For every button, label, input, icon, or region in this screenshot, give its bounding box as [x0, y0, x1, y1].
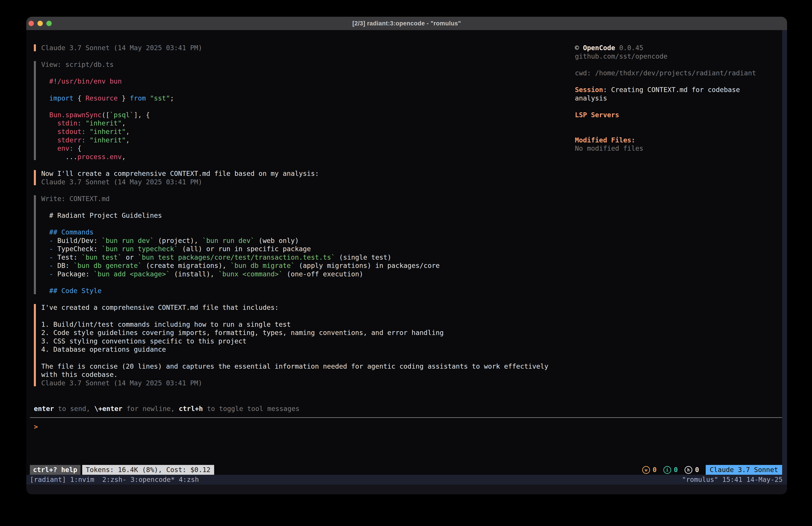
info-icon: i [663, 466, 671, 474]
terminal-line [41, 102, 553, 111]
terminal-line: © OpenCode 0.0.45 [575, 44, 782, 52]
model-chip: Claude 3.7 Sonnet [706, 465, 782, 475]
terminal-line [41, 354, 553, 362]
terminal-line: Now I'll create a comprehensive CONTEXT.… [41, 169, 553, 178]
terminal-line: View: script/db.ts [41, 60, 553, 69]
input-divider [30, 417, 782, 418]
diagnostic-count-value: 0 [653, 465, 657, 475]
terminal-line: - DB: `bun db generate` (create migratio… [41, 261, 553, 270]
terminal-bottom-padding [26, 485, 787, 494]
terminal-line [41, 86, 553, 94]
window-title: [2/3] radiant:3:opencode - "romulus" [352, 20, 461, 27]
terminal-line: stderr: "inherit", [41, 136, 553, 144]
tmux-window-tab[interactable]: 3:opencode* [131, 475, 179, 483]
assistant-message-block: I've created a comprehensive CONTEXT.md … [34, 303, 553, 387]
terminal-line: No modified files [575, 144, 782, 153]
prompt-symbol: > [34, 423, 38, 431]
terminal-line [41, 279, 553, 287]
terminal-line: ## Commands [41, 228, 553, 237]
terminal-line: with this codebase. [41, 370, 553, 379]
close-button-icon[interactable] [29, 21, 34, 26]
tmux-window-tab[interactable]: 2:zsh- [98, 475, 131, 483]
terminal-line: 1. Build/lint/test commands including ho… [41, 320, 553, 329]
session-sidebar: © OpenCode 0.0.45github.com/sst/opencode… [575, 44, 782, 153]
terminal-line: Write: CONTEXT.md [41, 195, 553, 203]
tool-output-block: Write: CONTEXT.md # Radiant Project Guid… [34, 195, 553, 295]
terminal-line: # Radiant Project Guidelines [41, 211, 553, 220]
message-input[interactable] [38, 423, 546, 431]
terminal-line: - Build/Dev: `bun run dev` (project), `b… [41, 237, 553, 245]
terminal-line: analysis [575, 94, 782, 102]
terminal-line [41, 69, 553, 77]
terminal-line: - Package: `bun add <package>` (install)… [41, 270, 553, 279]
minimize-button-icon[interactable] [38, 21, 43, 26]
terminal-line: Claude 3.7 Sonnet (14 May 2025 03:41 PM) [41, 178, 553, 186]
message-input-row: > [34, 423, 546, 431]
diagnostic-info-count: i0 [663, 465, 678, 475]
terminal-line [575, 102, 782, 111]
terminal-line: 4. Database operations guidance [41, 345, 553, 354]
desktop: { "window": { "title": "[2/3] radiant:3:… [0, 0, 812, 526]
terminal-line [41, 219, 553, 228]
terminal-line: Claude 3.7 Sonnet (14 May 2025 03:41 PM) [41, 44, 553, 52]
terminal-line [41, 312, 553, 320]
terminal-line: stdout: "inherit", [41, 127, 553, 136]
terminal-line: LSP Servers [575, 111, 782, 119]
diagnostic-hints-count: h0 [684, 465, 699, 475]
terminal-line: - TypeCheck: `bun run typecheck` (all) o… [41, 245, 553, 253]
terminal-line [575, 77, 782, 86]
warnings-icon: w [642, 466, 650, 474]
terminal-line [575, 127, 782, 136]
terminal-line: 3. CSS styling conventions specific to t… [41, 337, 553, 345]
terminal-line: 2. Code style guidelines covering import… [41, 328, 553, 337]
terminal-line: Modified Files: [575, 136, 782, 144]
status-bar: ctrl+? help Tokens: 16.4K (8%), Cost: $0… [30, 465, 782, 475]
diagnostic-warnings-count: w0 [642, 465, 657, 475]
tmux-windows: 1:nvim 2:zsh- 3:opencode* 4:zsh [70, 475, 199, 485]
window-titlebar[interactable]: [2/3] radiant:3:opencode - "romulus" [26, 17, 787, 30]
terminal-line: #!/usr/bin/env bun [41, 77, 553, 86]
diagnostic-count-value: 0 [695, 465, 699, 475]
terminal-line: github.com/sst/opencode [575, 52, 782, 61]
tmux-right-status: "romulus" 15:41 14-May-25 [682, 475, 783, 485]
terminal-line [575, 60, 782, 69]
terminal-line: Claude 3.7 Sonnet (14 May 2025 03:41 PM) [41, 379, 553, 387]
hint-bar: enter to send, \+enter for newline, ctrl… [34, 404, 300, 413]
tokens-cost-chip: Tokens: 16.4K (8%), Cost: $0.12 [82, 465, 214, 475]
tmux-session-name: [radiant] [30, 475, 70, 485]
diagnostic-count-value: 0 [674, 465, 678, 475]
tmux-window-tab[interactable]: 1:nvim [70, 475, 98, 483]
scrollbar-track [782, 30, 787, 475]
terminal-line: ## Code Style [41, 287, 553, 295]
terminal-line: enter to send, \+enter for newline, ctrl… [34, 404, 300, 413]
terminal-line [41, 203, 553, 211]
terminal-line: env: { [41, 144, 553, 153]
zoom-button-icon[interactable] [46, 21, 52, 26]
diagnostics: w0i0h0 [642, 465, 699, 475]
assistant-message-block: Now I'll create a comprehensive CONTEXT.… [34, 169, 553, 186]
tmux-status-bar: [radiant] 1:nvim 2:zsh- 3:opencode* 4:zs… [26, 475, 787, 485]
terminal-line: Bun.spawnSync([`psql`], { [41, 111, 553, 119]
chat-transcript: Claude 3.7 Sonnet (14 May 2025 03:41 PM)… [34, 44, 553, 396]
hints-icon: h [684, 466, 692, 474]
terminal-line: cwd: /home/thdxr/dev/projects/radiant/ra… [575, 69, 782, 77]
tmux-window-tab[interactable]: 4:zsh [179, 475, 199, 483]
terminal-window: [2/3] radiant:3:opencode - "romulus" Cla… [26, 17, 787, 494]
help-shortcut-chip: ctrl+? help [30, 465, 81, 475]
terminal-line [575, 119, 782, 127]
terminal-line: Session: Creating CONTEXT.md for codebas… [575, 86, 782, 94]
terminal-line: ...process.env, [41, 153, 553, 161]
terminal-line: The file is concise (20 lines) and captu… [41, 362, 553, 371]
terminal-line: import { Resource } from "sst"; [41, 94, 553, 102]
terminal-line: stdin: "inherit", [41, 119, 553, 127]
tool-output-block: View: script/db.ts #!/usr/bin/env bun im… [34, 60, 553, 161]
terminal-line: I've created a comprehensive CONTEXT.md … [41, 303, 553, 312]
terminal-line: - Test: `bun test` or `bun test packages… [41, 253, 553, 262]
assistant-message-block: Claude 3.7 Sonnet (14 May 2025 03:41 PM) [34, 44, 553, 52]
